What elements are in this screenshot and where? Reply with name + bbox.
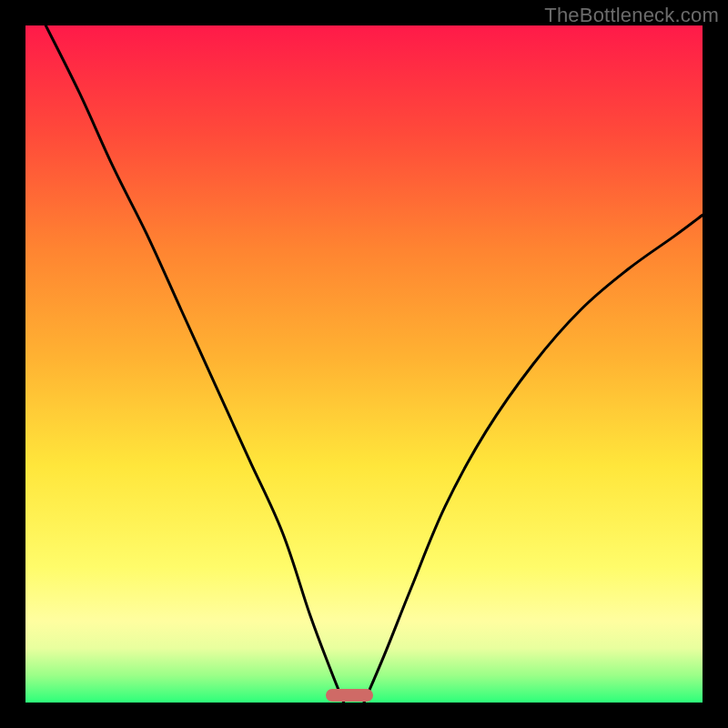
- plot-area: [25, 25, 703, 703]
- right-curve: [364, 215, 703, 703]
- curve-layer: [25, 25, 703, 703]
- watermark-text: TheBottleneck.com: [544, 4, 719, 27]
- chart-frame: TheBottleneck.com: [0, 0, 728, 728]
- left-curve: [46, 25, 343, 703]
- bottleneck-marker: [326, 689, 373, 702]
